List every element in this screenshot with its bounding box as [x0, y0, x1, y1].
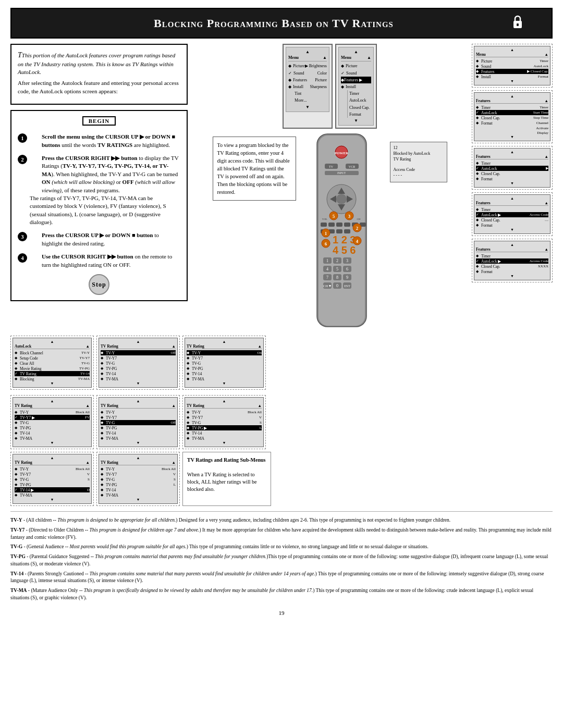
access-code-label: Access Code	[394, 167, 444, 172]
tv14-d2-box: ▲ TV Rating▲ ◆TV-YBlock All ◆TV-Y7V ◆TV-…	[96, 452, 180, 506]
screen-line-3: TV Rating	[394, 157, 444, 162]
intro-para2: After selecting the Autolock feature and…	[18, 79, 180, 95]
rating-row-3: ▲ TV Rating▲ ◆TV-YBlock All ◆TV-Y7V ◆TV-…	[10, 452, 553, 506]
intro-box: TThis portion of the AutoLock features c…	[10, 44, 188, 105]
svg-text:2: 2	[356, 226, 358, 231]
screen-line-1: 12	[394, 145, 444, 150]
intro-para1: TThis portion of the AutoLock features c…	[18, 50, 180, 76]
svg-text:5: 5	[336, 267, 338, 272]
middle-column: ▲ Menu▲ ◆ Picture▶ Brightness ✓ Sound Co…	[192, 44, 468, 330]
step-3: 3 Press the CURSOR UP ▶ or DOWN ■ button…	[18, 231, 180, 248]
svg-rect-29	[344, 229, 350, 233]
remote-area: To view a program blocked by the TV Rati…	[192, 131, 468, 330]
svg-text:1: 1	[324, 231, 327, 236]
step-2-number: 2	[18, 155, 27, 164]
svg-point-17	[336, 194, 347, 204]
autolock-menu-box: ▲ AutoLock▲ ◆Block ChannelTV-Y ◆Setup Co…	[10, 336, 94, 390]
tv14-d1-box: ▲ TV Rating▲ ◆TV-YBlock All ◆TV-Y7V ◆TV-…	[10, 452, 94, 506]
access-code-screen: 12 Blocked by AutoLock TV Rating Access …	[390, 142, 447, 182]
svg-text:2: 2	[336, 258, 338, 263]
bottom-text-area: TV-Y - (All children -- This program is …	[10, 517, 553, 604]
top-screens-row: ▲ Menu▲ ◆ Picture▶ Brightness ✓ Sound Co…	[192, 44, 468, 129]
svg-text:CH▼: CH▼	[323, 284, 332, 288]
right-menu-1: ▲ Menu▲ ◆PictureTimer ◆SoundAutoLock ◆Fe…	[472, 44, 553, 88]
step-1: 1 Scroll the menu using the CURSOR UP ▶ …	[18, 133, 180, 149]
tv-y7-desc: TV-Y7 - (Directed to Older Children -- T…	[10, 527, 553, 541]
rating-row-1: ▲ AutoLock▲ ◆Block ChannelTV-Y ◆Setup Co…	[10, 336, 553, 390]
svg-text:1 2 3: 1 2 3	[333, 234, 356, 245]
svg-text:6: 6	[324, 241, 327, 246]
svg-text:5: 5	[332, 214, 335, 219]
svg-text:7: 7	[326, 275, 328, 280]
tv-g-desc: TV-G - (General Audience -- Most parents…	[10, 544, 553, 551]
svg-rect-1	[517, 23, 519, 26]
main-menu-screen: ▲ Menu▲ ◆ Picture▶ Brightness ✓ Sound Co…	[283, 44, 333, 129]
steps-area: BEGIN 1 Scroll the menu using the CURSOR…	[10, 110, 188, 301]
step-3-number: 3	[18, 232, 27, 241]
svg-rect-23	[344, 223, 350, 227]
page-number: 19	[10, 610, 553, 616]
step-2: 2 Press the CURSOR RIGHT ▶▶ button to di…	[18, 154, 180, 227]
right-menu-3: ▲ Features▲ ◆Timer ✓AutoLock▶ ◆Closed Ca…	[472, 146, 553, 190]
step-4-text: Use the CURSOR RIGHT ▶▶ button on the re…	[42, 253, 180, 269]
svg-text:VCR: VCR	[348, 165, 354, 168]
svg-text:ENT: ENT	[344, 285, 350, 288]
svg-text:4 5 6: 4 5 6	[333, 244, 356, 256]
svg-rect-28	[336, 229, 342, 233]
tv-14-desc: TV-14 - (Parents Strongly Cautioned -- T…	[10, 571, 553, 585]
step-3-text: Press the CURSOR UP ▶ or DOWN ■ button t…	[42, 231, 180, 248]
remote-control: POWER TV VCR INPUT	[301, 131, 385, 330]
right-menu-2: ▲ Features▲ ◆TimerTimer ✓AutoLockStart T…	[472, 90, 553, 143]
divider	[10, 511, 553, 512]
svg-text:4: 4	[356, 239, 358, 244]
svg-text:8: 8	[336, 275, 338, 280]
svg-text:4: 4	[326, 267, 328, 272]
svg-text:CH: CH	[357, 218, 360, 220]
tv-pg-vsl-box: ▲ TV Rating▲ ◆TV-YBlock All ◆TV-Y7V ◆TV-…	[182, 395, 266, 449]
right-column: ▲ Menu▲ ◆PictureTimer ◆SoundAutoLock ◆Fe…	[472, 44, 553, 330]
svg-rect-22	[336, 223, 342, 227]
tv-y-desc: TV-Y - (All children -- This program is …	[10, 517, 553, 524]
svg-text:0: 0	[336, 283, 338, 288]
svg-text:3: 3	[346, 258, 348, 263]
svg-text:9: 9	[346, 275, 348, 280]
tv-rating-off-box: ▲ TV Rating▲ ◆TV-YOff ◆TV-Y7 ◆TV-G ◆TV-P…	[96, 336, 180, 390]
right-menu-5: ▲ Features▲ ◆Timer ✓AutoLock ▶Access Cod…	[472, 239, 553, 282]
ratings-descriptions: TV-Y - (All children -- This program is …	[10, 517, 553, 604]
begin-badge: BEGIN	[82, 116, 116, 126]
svg-rect-20	[321, 223, 327, 227]
svg-text:POWER: POWER	[334, 151, 348, 155]
svg-text:VOL: VOL	[322, 218, 327, 220]
left-column: TThis portion of the AutoLock features c…	[10, 44, 188, 330]
tv-pg-desc: TV-PG - (Parental Guidance Suggested -- …	[10, 553, 553, 568]
page-header: Blocking Programming Based on TV Ratings	[10, 8, 553, 39]
rating-row-2: ▲ TV Rating▲ ◆TV-YBlock All ✓TV-Y7 ▶FV ◆…	[10, 395, 553, 449]
stop-badge-area: Stop	[18, 274, 180, 295]
tv-g-off-box: ▲ TV Rating▲ ◆TV-Y ◆TV-Y7 ◆TV-GOff ◆TV-P…	[96, 395, 180, 449]
lock-icon	[510, 14, 525, 32]
tv-ma-desc: TV-MA - (Mature Audience Only -- This pr…	[10, 587, 553, 602]
menu-features-screen: ▲ Menu▲ ◆ Picture ✓ Sound ◆ Features▶ ◆ …	[335, 44, 377, 129]
instruction-text: To view a program blocked by the TV Rati…	[217, 141, 291, 196]
stop-circle: Stop	[89, 274, 109, 295]
svg-text:1: 1	[326, 258, 328, 263]
step-4: 4 Use the CURSOR RIGHT ▶▶ button on the …	[18, 253, 180, 269]
step-2-extra: The ratings of TV-Y7, TV-PG, TV-14, TV-M…	[30, 194, 180, 227]
right-menu-4: ▲ Features▲ ◆Timer ✓AutoLock ▶Access Cod…	[472, 192, 553, 236]
step-1-text: Scroll the menu using the CURSOR UP ▶ or…	[42, 133, 180, 149]
svg-text:INPUT: INPUT	[337, 171, 346, 175]
bottom-section: ▲ AutoLock▲ ◆Block ChannelTV-Y ◆Setup Co…	[10, 336, 553, 619]
step-1-number: 1	[18, 133, 27, 143]
main-content: TThis portion of the AutoLock features c…	[10, 44, 553, 330]
step-4-number: 4	[18, 253, 27, 263]
svg-text:6: 6	[346, 267, 348, 272]
svg-text:3: 3	[348, 214, 350, 219]
page-title: Blocking Programming Based on TV Ratings	[38, 17, 510, 30]
ratings-submenu-info-box: TV Ratings and Rating Sub-Menus When a T…	[182, 452, 271, 506]
tv-y7-fv-box: ▲ TV Rating▲ ◆TV-YBlock All ✓TV-Y7 ▶FV ◆…	[10, 395, 94, 449]
tv-rating-on-box: ▲ TV Rating▲ ◆TV-YOn ◆TV-Y7 ◆TV-G ◆TV-PG…	[182, 336, 266, 390]
step-2-text: Press the CURSOR RIGHT ▶▶ button to disp…	[42, 154, 180, 194]
instruction-text-box: To view a program blocked by the TV Rati…	[213, 137, 296, 201]
access-code-dots: - - - -	[394, 173, 444, 178]
svg-text:TV: TV	[329, 165, 334, 168]
